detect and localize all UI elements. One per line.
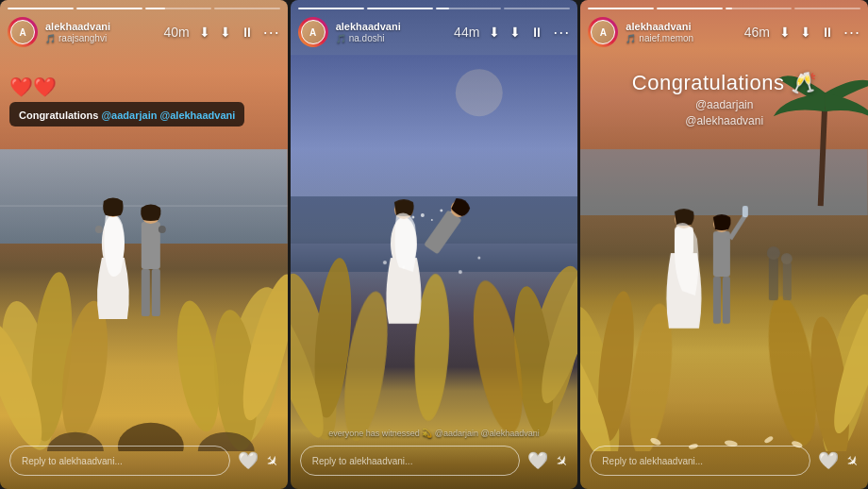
reply-bar-2: Reply to alekhaadvani... 🤍 ✈ bbox=[291, 436, 578, 489]
username-3: alekhaadvani bbox=[626, 21, 736, 33]
avatar-1[interactable]: A bbox=[8, 17, 38, 47]
reply-input-1[interactable]: Reply to alekhaadvani... bbox=[9, 446, 230, 476]
music-icon-1: 🎵 bbox=[45, 34, 56, 43]
more-icon-3[interactable]: ··· bbox=[843, 23, 860, 42]
subtitle-user-1: raajsanghvi bbox=[58, 33, 107, 43]
congrats-overlay-3: Congratulations 🥂 @aadarjain @alekhaadva… bbox=[580, 71, 868, 127]
username-1: alekhaadvani bbox=[45, 21, 156, 33]
story-header-2: A alekhaadvani 🎵 na.doshi 44m ⬇ ⬇ ⏸ ··· bbox=[291, 17, 578, 47]
congrats-badge-1: Congratulations @aadarjain @alekhaadvani bbox=[9, 102, 244, 126]
pause-icon-1[interactable]: ⏸ bbox=[241, 25, 254, 40]
download-icon-1b[interactable]: ⬇ bbox=[220, 25, 231, 40]
subtitle-user-3: naief.memon bbox=[639, 33, 693, 43]
avatar-2[interactable]: A bbox=[298, 17, 328, 47]
story-panel-1[interactable]: A alekhaadvani 🎵 raajsanghvi 40m ⬇ ⬇ ⏸ ·… bbox=[0, 0, 288, 489]
story-header-1: A alekhaadvani 🎵 raajsanghvi 40m ⬇ ⬇ ⏸ ·… bbox=[0, 17, 288, 47]
hearts-1: ❤️❤️ bbox=[9, 76, 278, 98]
reply-bar-3: Reply to alekhaadvani... 🤍 ✈ bbox=[580, 436, 868, 489]
heart-icon-1[interactable]: 🤍 bbox=[238, 450, 259, 471]
download-icon-3b[interactable]: ⬇ bbox=[800, 25, 811, 40]
congrats-title-3: Congratulations 🥂 bbox=[580, 71, 868, 95]
heart-icon-3[interactable]: 🤍 bbox=[818, 450, 839, 471]
header-actions-3: 46m ⬇ ⬇ ⏸ ··· bbox=[744, 23, 860, 42]
download-icon-3[interactable]: ⬇ bbox=[779, 25, 791, 40]
pause-icon-2[interactable]: ⏸ bbox=[530, 25, 543, 40]
username-2: alekhaadvani bbox=[336, 21, 446, 33]
heart-icon-2[interactable]: 🤍 bbox=[527, 450, 548, 471]
story-header-3: A alekhaadvani 🎵 naief.memon 46m ⬇ ⬇ ⏸ ·… bbox=[580, 17, 868, 47]
download-icon-2[interactable]: ⬇ bbox=[489, 25, 500, 40]
time-ago-1: 40m bbox=[163, 25, 189, 40]
header-actions-2: 44m ⬇ ⬇ ⏸ ··· bbox=[454, 23, 570, 42]
congrats-text-1: Congratulations @aadarjain @alekhaadvani bbox=[19, 110, 235, 121]
music-icon-2: 🎵 bbox=[336, 34, 346, 43]
reply-input-3[interactable]: Reply to alekhaadvani... bbox=[590, 446, 810, 476]
more-icon-1[interactable]: ··· bbox=[263, 23, 280, 42]
avatar-3[interactable]: A bbox=[588, 17, 618, 47]
subtitle-1: 🎵 raajsanghvi bbox=[45, 33, 156, 43]
subtitle-2: 🎵 na.doshi bbox=[336, 33, 446, 43]
pause-icon-3[interactable]: ⏸ bbox=[821, 25, 834, 40]
header-info-2: alekhaadvani 🎵 na.doshi bbox=[336, 21, 446, 43]
download-icon-1[interactable]: ⬇ bbox=[199, 25, 210, 40]
send-icon-2[interactable]: ✈ bbox=[552, 450, 574, 472]
progress-bars-3 bbox=[588, 8, 860, 9]
congrats-mention2-3: @alekhaadvani bbox=[580, 114, 868, 127]
subtitle-3: 🎵 naief.memon bbox=[626, 33, 736, 43]
header-info-3: alekhaadvani 🎵 naief.memon bbox=[626, 21, 736, 43]
more-icon-2[interactable]: ··· bbox=[553, 23, 570, 42]
send-icon-1[interactable]: ✈ bbox=[261, 450, 283, 472]
congrats-mention1-3: @aadarjain bbox=[580, 98, 868, 111]
panel1-background bbox=[0, 0, 288, 489]
music-icon-3: 🎵 bbox=[626, 34, 636, 43]
panel2-background bbox=[291, 0, 578, 489]
story-panel-3[interactable]: A alekhaadvani 🎵 naief.memon 46m ⬇ ⬇ ⏸ ·… bbox=[580, 0, 868, 489]
header-info-1: alekhaadvani 🎵 raajsanghvi bbox=[45, 21, 156, 43]
subtitle-user-2: na.doshi bbox=[349, 33, 385, 43]
time-ago-2: 44m bbox=[454, 25, 479, 40]
reply-input-2[interactable]: Reply to alekhaadvani... bbox=[300, 446, 521, 476]
story-panel-2[interactable]: A alekhaadvani 🎵 na.doshi 44m ⬇ ⬇ ⏸ ··· … bbox=[291, 0, 578, 489]
story-text-1: ❤️❤️ Congratulations @aadarjain @alekhaa… bbox=[9, 76, 278, 126]
time-ago-3: 46m bbox=[744, 25, 770, 40]
progress-bars-1 bbox=[8, 8, 280, 9]
progress-bars-2 bbox=[298, 8, 571, 9]
download-icon-2b[interactable]: ⬇ bbox=[509, 25, 521, 40]
reply-bar-1: Reply to alekhaadvani... 🤍 ✈ bbox=[0, 436, 288, 489]
header-actions-1: 40m ⬇ ⬇ ⏸ ··· bbox=[163, 23, 279, 42]
send-icon-3[interactable]: ✈ bbox=[842, 450, 863, 472]
